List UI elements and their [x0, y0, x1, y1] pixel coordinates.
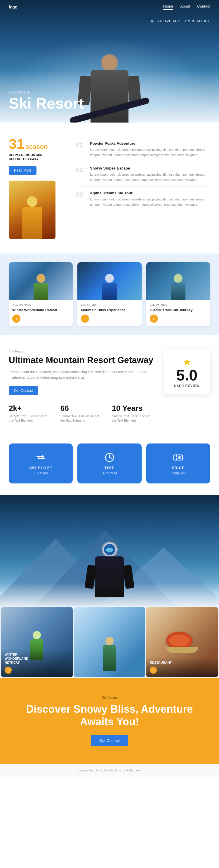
read-more-button[interactable]: Read More [9, 166, 36, 175]
season-item-content-2: Snowy Slopes Escape Lorem ipsum dolor si… [90, 166, 210, 182]
season-right: 01 Powder Peaks Adventure Lorem ipsum do… [76, 137, 210, 212]
svg-text:$: $ [179, 457, 180, 459]
cta-tag: Ski Resort [9, 696, 210, 700]
card-date-2: Feb 10, 2025 [81, 304, 138, 307]
card-3[interactable]: Feb 22, 2025 Glacier Trails Ski Journey … [146, 262, 210, 326]
season-item-3: 03 Alpine Dreams Ski Tour Lorem ipsum do… [76, 187, 210, 211]
svg-rect-2 [39, 458, 45, 459]
card-date-3: Feb 22, 2025 [150, 304, 207, 307]
stat-label-3: Sample text. Click to select the Text El… [112, 414, 155, 423]
cards-section: June 03, 2025 Winter Wonderland Retreat … [0, 253, 219, 335]
card-2[interactable]: Feb 10, 2025 Mountain Bliss Experience › [77, 262, 141, 326]
feature-value-3: From $20 [171, 471, 186, 475]
season-item-title-3: Alpine Dreams Ski Tour [90, 191, 210, 195]
nav-about[interactable]: About [180, 4, 190, 10]
bigimg-person [95, 541, 124, 597]
season-section: 31 season ULTIMATE MOUNTAINRESORT GETAWA… [0, 123, 219, 253]
season-image [9, 181, 55, 239]
navigation: logo Home About Contact [0, 0, 219, 14]
card-date-1: June 03, 2025 [12, 304, 69, 307]
resort-review-card: ★ 5.0 USER REVIEW [164, 349, 210, 395]
card-image-3 [146, 262, 210, 300]
logo: logo [9, 5, 18, 9]
gallery-overlay-3: RESTAURANT › [146, 657, 218, 677]
season-item-title-2: Snowy Slopes Escape [90, 166, 210, 170]
resort-stat-3: 10 Years Sample text. Click to select th… [112, 404, 155, 423]
resort-desc: Lorem ipsum dolor sit amet, consetetar s… [9, 369, 155, 380]
resort-section: The Resort Ultimate Mountain Resort Geta… [0, 335, 219, 438]
resort-stat-1: 2k+ Sample text. Click to select the Tex… [9, 404, 52, 423]
card-arrow-3[interactable]: › [150, 314, 158, 323]
bigimg-section [0, 495, 219, 606]
gallery-section: WINTERWONDERLANDRETREAT › RESTAURANT › [0, 606, 219, 678]
season-item-1: 01 Powder Peaks Adventure Lorem ipsum do… [76, 137, 210, 162]
hero-content: Welcome to Ski Resort [0, 90, 219, 114]
gallery-title-3: RESTAURANT [150, 660, 214, 664]
footer-text: Sample text. Click to select the Text El… [9, 769, 210, 772]
season-item-content-1: Powder Peaks Adventure Lorem ipsum dolor… [90, 141, 210, 158]
svg-point-7 [109, 457, 110, 458]
season-left: 31 season ULTIMATE MOUNTAINRESORT GETAWA… [9, 137, 67, 239]
temp-text: -10 AVERAGE TEMPERATURE [158, 19, 210, 23]
card-title-2: Mountain Bliss Experience [81, 308, 138, 312]
resort-stat-2: 66 Sample text. Click to select the Text… [60, 404, 103, 423]
gallery-arrow-1[interactable]: › [5, 667, 12, 674]
gallery-overlay-1: WINTERWONDERLANDRETREAT › [1, 649, 73, 677]
stat-label-1: Sample text. Click to select the Text El… [9, 414, 52, 423]
cta-button[interactable]: Our Contact [91, 735, 128, 746]
nav-links: Home About Contact [163, 4, 210, 10]
card-body-1: June 03, 2025 Winter Wonderland Retreat … [9, 300, 73, 326]
season-num-3: 03 [76, 191, 85, 207]
card-arrow-1[interactable]: › [12, 314, 21, 323]
gallery-item-2[interactable] [74, 607, 145, 677]
card-arrow-2[interactable]: › [81, 314, 89, 323]
feature-title-1: SKI SLOPE [29, 466, 52, 470]
contact-button[interactable]: Our Contact [9, 386, 38, 395]
season-item-desc-2: Lorem ipsum dolor sit amet, consetetar s… [90, 172, 210, 182]
gallery-title-1: WINTERWONDERLANDRETREAT [5, 652, 69, 665]
gallery-arrow-3[interactable]: › [150, 667, 157, 674]
snowflake-icon: ❄ [150, 19, 154, 24]
feature-card-3: $ PRICE From $20 [146, 443, 210, 484]
card-1[interactable]: June 03, 2025 Winter Wonderland Retreat … [9, 262, 73, 326]
season-num-1: 01 [76, 141, 85, 158]
resort-left: The Resort Ultimate Mountain Resort Geta… [9, 349, 155, 423]
ticket-icon: $ [172, 452, 184, 463]
resort-score: 5.0 [169, 368, 204, 383]
nav-contact[interactable]: Contact [197, 4, 210, 10]
resort-title: Ultimate Mountain Resort Getaway [9, 355, 155, 365]
hero-temp-badge: ❄ -10 AVERAGE TEMPERATURE [150, 18, 210, 25]
stat-value-1: 2k+ [9, 404, 52, 413]
season-item-desc-1: Lorem ipsum dolor sit amet, consetetar s… [90, 147, 210, 158]
exchange-icon [35, 452, 47, 463]
resort-stats: 2k+ Sample text. Click to select the Tex… [9, 404, 155, 423]
card-body-3: Feb 22, 2025 Glacier Trails Ski Journey … [146, 300, 210, 326]
feature-value-2: 30 minute [102, 471, 117, 475]
gallery-person-2 [103, 637, 116, 671]
feature-card-2: TIME 30 minute [77, 443, 141, 484]
card-title-3: Glacier Trails Ski Journey [150, 308, 207, 312]
temp-divider [156, 18, 156, 25]
svg-rect-0 [36, 456, 43, 457]
card-image-2 [77, 262, 141, 300]
card-image-1 [9, 262, 73, 300]
resort-tag: The Resort [9, 349, 155, 353]
resort-review-label: USER REVIEW [169, 384, 204, 388]
season-number: 31 season [9, 137, 67, 151]
card-title-1: Winter Wonderland Retreat [12, 308, 69, 312]
stat-value-3: 10 Years [112, 404, 155, 413]
feature-title-3: PRICE [172, 466, 185, 470]
season-num-2: 02 [76, 166, 85, 182]
features-section: SKI SLOPE 7.3 Miles TIME 30 minute $ PRI… [0, 438, 219, 495]
cta-section: Ski Resort Discover Snowy Bliss, Adventu… [0, 678, 219, 764]
feature-value-1: 7.3 Miles [34, 471, 48, 475]
cta-title: Discover Snowy Bliss, Adventure Awaits Y… [9, 703, 210, 728]
card-body-2: Feb 10, 2025 Mountain Bliss Experience › [77, 300, 141, 326]
gallery-item-1[interactable]: WINTERWONDERLANDRETREAT › [1, 607, 73, 677]
hero-title: Ski Resort [9, 96, 210, 111]
nav-home[interactable]: Home [163, 4, 173, 10]
stat-label-2: Sample text. Click to select the Text El… [60, 414, 103, 423]
hero-section: ❄ -10 AVERAGE TEMPERATURE Welcome to Ski… [0, 0, 219, 123]
season-item-2: 02 Snowy Slopes Escape Lorem ipsum dolor… [76, 162, 210, 187]
gallery-item-3[interactable]: RESTAURANT › [146, 607, 218, 677]
